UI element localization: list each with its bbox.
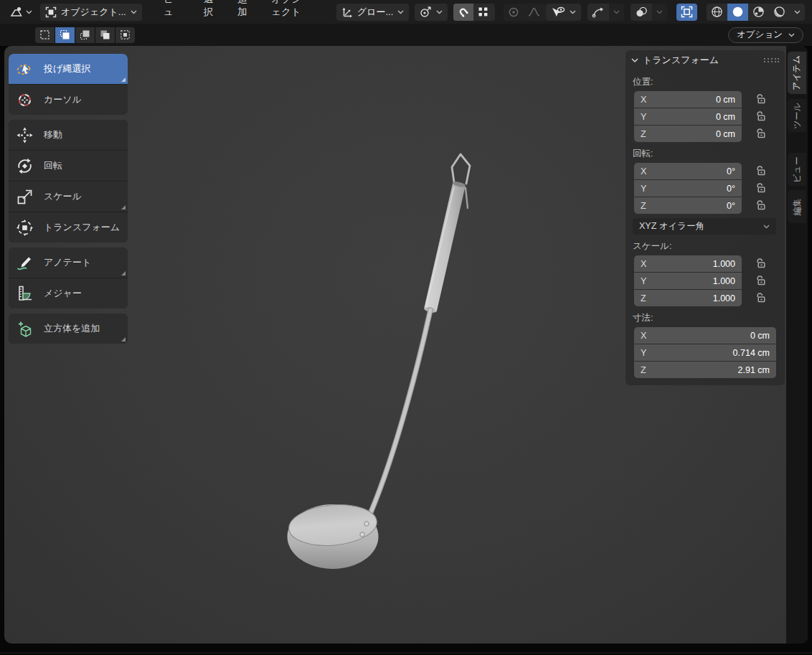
select-set-icon bbox=[39, 29, 50, 40]
shading-wireframe-button[interactable] bbox=[707, 4, 727, 21]
tool-annotate[interactable]: アノテート bbox=[9, 248, 128, 278]
xray-toggle-button[interactable] bbox=[676, 4, 697, 21]
tool-move[interactable]: 移動 bbox=[9, 120, 128, 150]
tool-rotate[interactable]: 回転 bbox=[9, 151, 128, 181]
unlock-icon[interactable] bbox=[755, 275, 766, 286]
location-x-field[interactable]: X 0 cm bbox=[634, 91, 742, 108]
dimensions-z-field[interactable]: Z 2.91 cm bbox=[634, 362, 776, 378]
transform-orientation-dropdown[interactable]: グロー... bbox=[336, 4, 409, 21]
select-subtract-icon bbox=[80, 29, 90, 40]
chevron-down-icon bbox=[788, 33, 795, 37]
shading-solid-button[interactable] bbox=[727, 4, 748, 21]
transform-panel: トランスフォーム 位置: X 0 cm Y bbox=[625, 50, 785, 385]
material-sphere-icon bbox=[752, 6, 765, 18]
unlock-icon[interactable] bbox=[755, 93, 766, 105]
solid-sphere-icon bbox=[732, 6, 744, 18]
tool-transform[interactable]: トランスフォーム bbox=[9, 212, 128, 242]
panel-collapse-icon bbox=[631, 58, 638, 63]
field-value: 1.000 bbox=[713, 293, 735, 303]
snap-toggle-button[interactable] bbox=[453, 4, 473, 21]
tab-item[interactable]: アイテム bbox=[788, 52, 806, 94]
rotation-x-field[interactable]: X 0° bbox=[634, 163, 742, 179]
location-y-field[interactable]: Y 0 cm bbox=[634, 108, 742, 125]
tab-view[interactable]: ビュー bbox=[788, 153, 806, 186]
tab-label: ビュー bbox=[791, 156, 803, 183]
proportional-falloff-button[interactable] bbox=[524, 4, 544, 21]
editor-type-button[interactable] bbox=[6, 4, 36, 21]
measure-icon bbox=[15, 284, 34, 303]
scale-locks bbox=[755, 255, 766, 306]
tool-scale[interactable]: スケール bbox=[9, 182, 128, 212]
tool-add-cube[interactable]: 立方体を追加 bbox=[9, 314, 128, 344]
rendered-sphere-icon bbox=[773, 6, 785, 18]
unlock-icon[interactable] bbox=[755, 199, 766, 211]
xray-icon bbox=[681, 6, 693, 18]
unlock-icon[interactable] bbox=[755, 128, 766, 139]
location-z-field[interactable]: Z 0 cm bbox=[634, 126, 742, 142]
tool-options-dropdown[interactable]: オプション bbox=[728, 27, 803, 43]
select-mode-subtract-button[interactable] bbox=[75, 27, 95, 43]
scale-z-field[interactable]: Z 1.000 bbox=[634, 290, 742, 306]
shading-options-button[interactable] bbox=[790, 4, 805, 21]
shading-material-button[interactable] bbox=[748, 4, 769, 21]
snap-group bbox=[453, 4, 495, 21]
gizmos-options-button[interactable] bbox=[609, 4, 624, 21]
gizmos-group bbox=[587, 4, 624, 21]
snap-target-button[interactable] bbox=[473, 4, 493, 21]
scale-fields: X 1.000 Y 1.000 Z 1.000 bbox=[634, 255, 742, 306]
unlock-icon[interactable] bbox=[755, 182, 766, 194]
tool-cursor[interactable]: カーソル bbox=[9, 85, 128, 115]
pointer-eye-icon bbox=[551, 6, 565, 18]
rotation-mode-dropdown[interactable]: XYZ オイラー角 bbox=[633, 218, 776, 235]
select-mode-set-button[interactable] bbox=[35, 27, 55, 43]
rotation-mode-label: XYZ オイラー角 bbox=[639, 220, 704, 232]
rotation-y-field[interactable]: Y 0° bbox=[634, 180, 742, 197]
select-mode-intersect-button[interactable] bbox=[115, 27, 135, 43]
rotation-fields: X 0° Y 0° Z 0° bbox=[634, 163, 742, 214]
rotation-z-field[interactable]: Z 0° bbox=[634, 197, 742, 214]
unlock-icon[interactable] bbox=[755, 258, 766, 269]
tool-settings-bar: オプション bbox=[0, 24, 812, 46]
tool-label: メジャー bbox=[44, 287, 82, 300]
select-mode-extend-button[interactable] bbox=[55, 27, 75, 43]
field-value: 0° bbox=[727, 201, 735, 211]
tool-lasso-select[interactable]: 投げ縄選択 bbox=[9, 54, 128, 84]
axis-label: Z bbox=[641, 293, 646, 303]
viewport-3d[interactable]: 投げ縄選択 カーソル bbox=[4, 46, 808, 644]
select-mode-invert-button[interactable] bbox=[95, 27, 115, 43]
proportional-edit-button[interactable] bbox=[504, 4, 524, 21]
pivot-point-dropdown[interactable] bbox=[415, 4, 448, 21]
window-bottom-edge bbox=[0, 652, 812, 654]
overlays-options-button[interactable] bbox=[652, 4, 667, 21]
unlock-icon[interactable] bbox=[755, 110, 766, 122]
scale-x-field[interactable]: X 1.000 bbox=[634, 255, 742, 272]
subtools-indicator bbox=[121, 205, 126, 209]
dimensions-x-field[interactable]: X 0 cm bbox=[634, 327, 776, 344]
snap-increment-icon bbox=[478, 6, 488, 17]
tab-tool[interactable]: ツール bbox=[788, 99, 806, 132]
tab-edit[interactable]: 編集 bbox=[788, 190, 806, 223]
transform-panel-header[interactable]: トランスフォーム bbox=[625, 50, 785, 70]
cursor-3d-icon bbox=[15, 90, 34, 110]
unlock-icon[interactable] bbox=[755, 292, 766, 303]
object-visibility-dropdown[interactable] bbox=[546, 4, 581, 21]
field-value: 0° bbox=[727, 166, 735, 176]
scale-y-field[interactable]: Y 1.000 bbox=[634, 273, 742, 289]
panel-drag-grip-icon[interactable] bbox=[763, 57, 779, 63]
overlays-toggle-button[interactable] bbox=[631, 4, 652, 21]
tool-measure[interactable]: メジャー bbox=[9, 278, 128, 308]
shading-rendered-button[interactable] bbox=[769, 4, 790, 21]
snap-options-button[interactable] bbox=[493, 4, 495, 21]
gizmo-arrow-icon bbox=[592, 6, 605, 18]
dimensions-y-field[interactable]: Y 0.714 cm bbox=[634, 344, 776, 361]
chevron-down-icon bbox=[794, 10, 801, 14]
magnet-icon bbox=[458, 6, 469, 18]
axis-label: Y bbox=[641, 184, 646, 194]
axis-label: Y bbox=[641, 112, 646, 122]
overlays-group bbox=[631, 4, 667, 21]
mode-dropdown[interactable]: オブジェクト... bbox=[40, 4, 142, 21]
proportional-options-button[interactable] bbox=[544, 4, 546, 21]
unlock-icon[interactable] bbox=[755, 165, 766, 176]
rotation-label: 回転: bbox=[633, 148, 785, 160]
gizmos-toggle-button[interactable] bbox=[587, 4, 609, 21]
